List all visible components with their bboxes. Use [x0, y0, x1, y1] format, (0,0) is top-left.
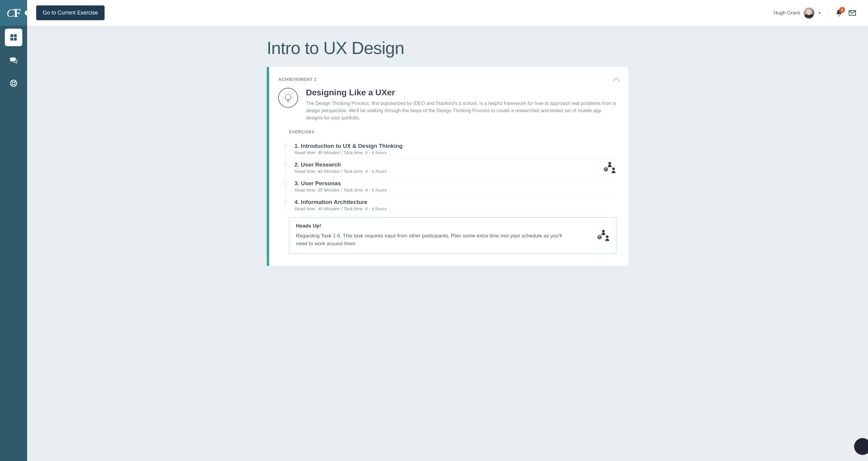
exercise-row[interactable]: 2. User Research Read time: 45 Minutes /…: [284, 159, 616, 177]
exercise-meta: Read time: 45 Minutes / Task time: 4 - 6…: [294, 206, 616, 211]
svg-point-10: [285, 94, 291, 100]
envelope-icon: [848, 9, 856, 17]
timeline-dot: [284, 163, 287, 166]
svg-rect-1: [14, 34, 17, 37]
exercise-meta: Read time: 45 Minutes / Task time: 4 - 6…: [294, 150, 616, 155]
achievement-title: Designing Like a UXer: [306, 88, 616, 97]
svg-line-8: [11, 84, 13, 86]
notification-badge: 4: [839, 7, 845, 13]
exercise-row[interactable]: 4. Information Architecture Read time: 4…: [284, 196, 616, 214]
exercise-list: 1. Introduction to UX & Design Thinking …: [284, 140, 616, 214]
grid-icon: [9, 33, 18, 41]
svg-point-14: [612, 167, 615, 170]
notifications-button[interactable]: 4: [832, 6, 846, 20]
timeline-dot: [284, 144, 287, 147]
exercise-title: 2. User Research: [294, 162, 616, 168]
chevron-down-icon: ▼: [818, 11, 821, 15]
heads-up-callout: Heads Up! Regarding Task 1.6, This task …: [289, 217, 616, 254]
svg-line-9: [15, 84, 16, 86]
side-rail: CF ›: [0, 0, 27, 461]
brand-logo[interactable]: CF ›: [0, 0, 27, 26]
lightbulb-icon: [278, 88, 298, 108]
page-title: Intro to UX Design: [267, 38, 628, 58]
brand-logo-text: CF: [7, 6, 21, 20]
people-icon: [597, 229, 610, 242]
avatar: [804, 7, 814, 19]
top-bar: Go to Current Exercise Hugh Grant ▼ 4: [27, 0, 868, 26]
main-content: Intro to UX Design ACHIEVEMENT 1 Desig: [27, 0, 868, 284]
svg-line-7: [15, 81, 16, 82]
chat-icon: [9, 56, 18, 64]
user-menu[interactable]: Hugh Grant ▼: [773, 7, 829, 19]
collapse-toggle[interactable]: [613, 74, 620, 84]
rail-expand-icon[interactable]: ›: [25, 10, 30, 16]
go-to-current-exercise-button[interactable]: Go to Current Exercise: [36, 5, 104, 20]
svg-line-6: [11, 81, 13, 82]
callout-body: Regarding Task 1.6, This task requires i…: [296, 232, 568, 248]
svg-point-18: [606, 235, 609, 238]
svg-rect-3: [14, 38, 17, 40]
people-icon: [603, 161, 616, 174]
achievement-label: ACHIEVEMENT 1: [278, 77, 616, 82]
nav-help[interactable]: [5, 75, 22, 92]
nav-chat[interactable]: [5, 52, 22, 69]
exercise-title: 3. User Personas: [294, 180, 616, 187]
svg-point-11: [608, 162, 611, 165]
exercise-row[interactable]: 1. Introduction to UX & Design Thinking …: [284, 140, 616, 159]
exercise-title: 4. Information Architecture: [294, 199, 616, 205]
exercise-title: 1. Introduction to UX & Design Thinking: [294, 143, 616, 149]
timeline-dot: [284, 200, 287, 204]
exercises-label: EXERCISES: [289, 129, 616, 134]
user-name-label: Hugh Grant: [773, 10, 800, 16]
achievement-card: ACHIEVEMENT 1 Designing Like a UXer The …: [267, 67, 628, 266]
lifebuoy-icon: [9, 79, 18, 87]
chevron-up-icon: [613, 77, 620, 82]
callout-title: Heads Up!: [296, 223, 568, 229]
chat-bubble-button[interactable]: [854, 438, 868, 455]
nav-dashboard[interactable]: [5, 29, 22, 46]
achievement-description: The Design Thinking Process, first popul…: [306, 100, 616, 122]
exercise-meta: Read time: 35 Minutes / Task time: 4 - 6…: [294, 188, 616, 193]
timeline-dot: [284, 181, 287, 185]
messages-button[interactable]: [846, 6, 859, 20]
exercise-meta: Read time: 45 Minutes / Task time: 4 - 6…: [294, 169, 616, 174]
svg-point-15: [602, 230, 604, 232]
svg-point-5: [12, 82, 15, 84]
exercise-row[interactable]: 3. User Personas Read time: 35 Minutes /…: [284, 177, 616, 196]
svg-rect-0: [10, 34, 13, 37]
svg-rect-2: [10, 38, 13, 40]
